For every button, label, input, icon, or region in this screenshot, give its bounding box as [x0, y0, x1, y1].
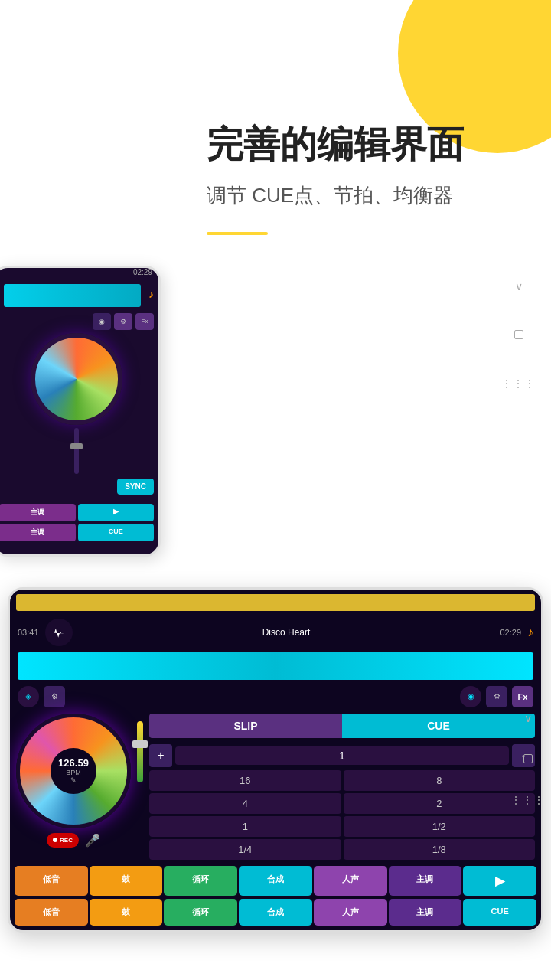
- screen2-right: SLIP CUE + 1 - 16 8 4: [149, 714, 535, 860]
- screen2-pads-row1: 低音 鼓 循环 合成 人声 主调 ▶: [10, 863, 541, 899]
- screen2-heartbeat-icon: [45, 619, 73, 646]
- beat-cell-half[interactable]: 1/2: [344, 816, 536, 837]
- screen2-sliders-icon[interactable]: ⚙: [486, 686, 507, 707]
- screen1-buttons: SYNC: [0, 477, 158, 502]
- screen2-main: 126.59 BPM ✎ REC 🎤: [10, 710, 541, 863]
- screen1-music-note: ♪: [148, 288, 154, 300]
- heartbeat-svg: [51, 625, 67, 640]
- screen2-fader-col: [137, 714, 143, 782]
- bottom-btn-cue[interactable]: CUE: [78, 524, 155, 541]
- bottom-btn-zhudiao-2[interactable]: 主调: [0, 524, 76, 541]
- dj-screen-2: 03:41 Disco Heart 02:29 ♪ ◈ ⚙: [10, 590, 541, 930]
- pad-zhudiao-1[interactable]: 主调: [389, 866, 462, 896]
- beat-cell-eighth[interactable]: 1/8: [344, 839, 536, 860]
- screen2-circle-icon[interactable]: ◉: [460, 686, 481, 707]
- device2-resize-icon: [523, 754, 533, 763]
- beat-cell-16[interactable]: 16: [149, 770, 341, 791]
- pad-loop-2[interactable]: 循环: [164, 899, 237, 926]
- screen1-fader-area: [0, 428, 158, 474]
- beat-cell-2[interactable]: 2: [344, 793, 536, 814]
- pad-drum-1[interactable]: 鼓: [90, 866, 163, 896]
- pad-bass-2[interactable]: 低音: [15, 899, 88, 926]
- ctrl-fx-btn[interactable]: Fx: [135, 313, 154, 330]
- pad-zhudiao-2[interactable]: 主调: [389, 899, 462, 926]
- bottom-btn-zhudiao-1[interactable]: 主调: [0, 504, 76, 521]
- ctrl-sliders-btn[interactable]: ⚙: [114, 313, 132, 330]
- text-section: 完善的编辑界面 调节 CUE点、节拍、均衡器: [0, 0, 551, 266]
- device2-drag-icon: ⋮⋮⋮: [510, 794, 545, 806]
- page-content: 完善的编辑界面 调节 CUE点、节拍、均衡器 02:29 ♪ ◉ ⚙ Fx: [0, 0, 551, 933]
- screen2-turntable-inner: 126.59 BPM ✎: [51, 748, 96, 794]
- beat-grid: 16 8 4 2 1 1/2 1/4 1/8: [149, 770, 535, 860]
- side-controls: ∨ ⋮⋮⋮: [501, 281, 536, 390]
- rec-dot: [53, 838, 57, 842]
- bpm-value: 126.59: [58, 757, 89, 769]
- yellow-divider: [207, 232, 268, 235]
- spacer: [70, 686, 455, 707]
- screen2-fader-knob: [132, 740, 148, 748]
- device-1: 02:29 ♪ ◉ ⚙ Fx: [0, 266, 161, 557]
- screen2-pads-row2: 低音 鼓 循环 合成 人声 主调 CUE: [10, 899, 541, 930]
- screen1-bottom-buttons-2: 主调 CUE: [0, 524, 158, 541]
- main-title: 完善的编辑界面: [207, 122, 551, 167]
- screen2-ctrl-row: ◈ ⚙ ◉ ⚙ Fx: [10, 683, 541, 710]
- cue-header-button[interactable]: CUE: [342, 714, 535, 738]
- screen2-settings-icon[interactable]: ⚙: [44, 686, 65, 707]
- bpm-label: BPM: [66, 769, 81, 776]
- pad-vocal-2[interactable]: 人声: [314, 899, 387, 926]
- screen2-fader-track[interactable]: [137, 721, 143, 782]
- pad-drum-2[interactable]: 鼓: [90, 899, 163, 926]
- beat-controls: + 1 -: [149, 744, 535, 767]
- rec-button[interactable]: REC: [47, 833, 79, 848]
- device-mockup-section-1: 02:29 ♪ ◉ ⚙ Fx: [0, 266, 551, 587]
- pad-vocal-1[interactable]: 人声: [314, 866, 387, 896]
- beat-cell-1[interactable]: 1: [149, 816, 341, 837]
- beat-cell-8[interactable]: 8: [344, 770, 536, 791]
- screen1-waveform: [4, 284, 141, 307]
- pad-cue[interactable]: CUE: [463, 899, 536, 926]
- beat-cell-quarter[interactable]: 1/4: [149, 839, 341, 860]
- screen2-turntable: 126.59 BPM ✎: [16, 714, 131, 828]
- screen2-diamond-icon[interactable]: ◈: [18, 686, 39, 707]
- screen2-fx-btn[interactable]: Fx: [512, 686, 533, 707]
- pad-play[interactable]: ▶: [463, 866, 536, 896]
- pad-synth-2[interactable]: 合成: [239, 899, 312, 926]
- device2-dropdown-icon[interactable]: ∨: [524, 713, 532, 724]
- slip-cue-header: SLIP CUE: [149, 714, 535, 738]
- beat-value-display: 1: [175, 746, 509, 765]
- pad-bass-1[interactable]: 低音: [15, 866, 88, 896]
- screen1-controls-row: ◉ ⚙ Fx: [0, 313, 158, 330]
- slip-button[interactable]: SLIP: [149, 714, 342, 738]
- sub-title: 调节 CUE点、节拍、均衡器: [207, 182, 551, 209]
- screen2-music-note: ♪: [527, 626, 533, 639]
- beat-plus-button[interactable]: +: [149, 744, 172, 767]
- beat-cell-4[interactable]: 4: [149, 793, 341, 814]
- screen2-time-left: 03:41: [18, 628, 39, 637]
- screen2-waveform: [18, 652, 533, 680]
- screen1-fader-track[interactable]: [74, 428, 79, 474]
- drag-handle-icon: ⋮⋮⋮: [501, 377, 536, 390]
- screen2-time-right: 02:29: [500, 628, 521, 637]
- screen1-time: 02:29: [0, 268, 158, 276]
- dropdown-arrow-icon[interactable]: ∨: [515, 281, 523, 292]
- screen2-top-waveform: [16, 594, 535, 611]
- rec-label: REC: [60, 837, 73, 844]
- device2-side-controls: ∨ ⋮⋮⋮: [510, 713, 545, 806]
- screen2-icons-row: REC 🎤: [16, 833, 131, 848]
- screen2-song-name: Disco Heart: [79, 627, 494, 638]
- bottom-btn-play[interactable]: ▶: [78, 504, 155, 521]
- screen1-bottom-buttons: 主调 ▶: [0, 504, 158, 521]
- pad-loop-1[interactable]: 循环: [164, 866, 237, 896]
- screen2-left: 126.59 BPM ✎ REC 🎤: [16, 714, 131, 848]
- sync-button[interactable]: SYNC: [117, 479, 154, 495]
- device-2: 03:41 Disco Heart 02:29 ♪ ◈ ⚙: [8, 587, 543, 933]
- pad-synth-1[interactable]: 合成: [239, 866, 312, 896]
- device-mockup-section-2: 03:41 Disco Heart 02:29 ♪ ◈ ⚙: [0, 587, 551, 933]
- resize-handle-icon: [514, 330, 523, 339]
- screen1-turntable: [31, 333, 122, 425]
- screen1-fader-handle: [70, 443, 83, 449]
- mic-icon[interactable]: 🎤: [85, 833, 100, 848]
- ctrl-circle-btn[interactable]: ◉: [93, 313, 111, 330]
- screen2-header: 03:41 Disco Heart 02:29 ♪: [10, 612, 541, 652]
- dj-screen-1: 02:29 ♪ ◉ ⚙ Fx: [0, 268, 158, 554]
